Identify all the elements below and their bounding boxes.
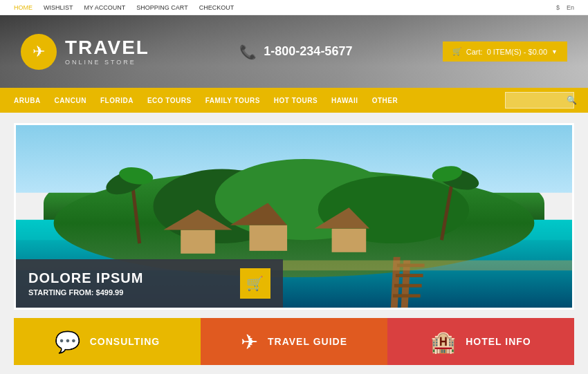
logo-text: TRAVEL ONLINE STORE <box>65 38 149 66</box>
phone-number: 1-800-234-5677 <box>264 44 352 59</box>
promo-cart-button[interactable]: 🛒 <box>240 268 270 299</box>
nav-cancun[interactable]: CANCUN <box>55 97 86 104</box>
search-icon[interactable]: 🔍 <box>567 95 577 105</box>
nav-aruba[interactable]: ARUBA <box>14 97 41 104</box>
logo-area: ✈ TRAVEL ONLINE STORE <box>21 34 149 70</box>
nav-home[interactable]: HOME <box>14 4 33 11</box>
cart-icon: 🛒 <box>452 47 462 56</box>
phone-area: 📞 1-800-234-5677 <box>239 44 352 60</box>
promo-price: $499.99 <box>96 288 124 297</box>
consulting-card[interactable]: 💬 CONSULTING <box>14 318 201 365</box>
travel-guide-label: TRAVEL GUIDE <box>268 336 347 347</box>
nav-other[interactable]: OTHER <box>372 97 398 104</box>
svg-rect-9 <box>249 225 287 251</box>
consulting-label: CONSULTING <box>90 336 160 347</box>
hotel-info-card[interactable]: 🏨 HOTEL INFO <box>387 318 574 365</box>
hotel-info-icon: 🏨 <box>430 330 456 354</box>
svg-rect-7 <box>181 230 215 254</box>
logo-icon: ✈ <box>21 34 57 70</box>
consulting-icon: 💬 <box>55 330 80 354</box>
nav-checkout[interactable]: CHECKOUT <box>199 4 235 11</box>
svg-rect-11 <box>332 229 367 252</box>
svg-rect-24 <box>393 294 421 297</box>
site-subtitle: ONLINE STORE <box>65 59 149 66</box>
currency-selector[interactable]: $ <box>556 4 560 11</box>
travel-guide-icon: ✈ <box>241 330 258 354</box>
nav-eco-tours[interactable]: ECO TOURS <box>147 97 192 104</box>
site-title: TRAVEL <box>65 38 149 57</box>
nav-wishlist[interactable]: WISHLIST <box>44 4 73 11</box>
nav-hot-tours[interactable]: HOT TOURS <box>274 97 318 104</box>
main-content: DOLORE IPSUM STARTING FROM: $499.99 🛒 💬 … <box>0 113 588 365</box>
hero-banner: DOLORE IPSUM STARTING FROM: $499.99 🛒 <box>14 123 574 310</box>
svg-rect-23 <box>394 284 422 288</box>
promo-title: DOLORE IPSUM <box>28 270 143 286</box>
promo-text: DOLORE IPSUM STARTING FROM: $499.99 <box>28 270 143 297</box>
search-box[interactable]: 🔍 <box>505 92 574 109</box>
nav-cart[interactable]: SHOPPING CART <box>136 4 187 11</box>
cart-dropdown-arrow: ▼ <box>551 48 558 55</box>
site-header: ✈ TRAVEL ONLINE STORE 📞 1-800-234-5677 🛒… <box>0 15 588 88</box>
top-bar: HOME WISHLIST MY ACCOUNT SHOPPING CART C… <box>0 0 588 15</box>
top-navigation: HOME WISHLIST MY ACCOUNT SHOPPING CART C… <box>14 4 234 11</box>
navigation-bar: ARUBA CANCUN FLORIDA ECO TOURS FAMILY TO… <box>0 88 588 113</box>
cart-label: Cart: <box>466 48 483 56</box>
promo-price-line: STARTING FROM: $499.99 <box>28 288 143 297</box>
nav-family-tours[interactable]: FAMILY TOURS <box>205 97 260 104</box>
category-nav: ARUBA CANCUN FLORIDA ECO TOURS FAMILY TO… <box>14 97 398 104</box>
feature-cards: 💬 CONSULTING ✈ TRAVEL GUIDE 🏨 HOTEL INFO <box>14 318 574 365</box>
nav-florida[interactable]: FLORIDA <box>100 97 134 104</box>
search-input[interactable] <box>511 97 567 104</box>
nav-hawaii[interactable]: HAWAII <box>331 97 358 104</box>
cart-items: 0 ITEM(S) - $0.00 <box>487 48 547 56</box>
cart-button[interactable]: 🛒 Cart: 0 ITEM(S) - $0.00 ▼ <box>443 41 567 62</box>
nav-account[interactable]: MY ACCOUNT <box>84 4 126 11</box>
top-right-controls: $ En <box>556 4 574 11</box>
language-selector[interactable]: En <box>567 4 574 11</box>
starting-from-label: STARTING FROM: <box>28 288 94 297</box>
travel-guide-card[interactable]: ✈ TRAVEL GUIDE <box>201 318 387 365</box>
svg-rect-22 <box>396 274 423 277</box>
hotel-info-label: HOTEL INFO <box>466 336 531 347</box>
phone-icon: 📞 <box>239 44 257 60</box>
promo-overlay: DOLORE IPSUM STARTING FROM: $499.99 🛒 <box>16 259 283 308</box>
